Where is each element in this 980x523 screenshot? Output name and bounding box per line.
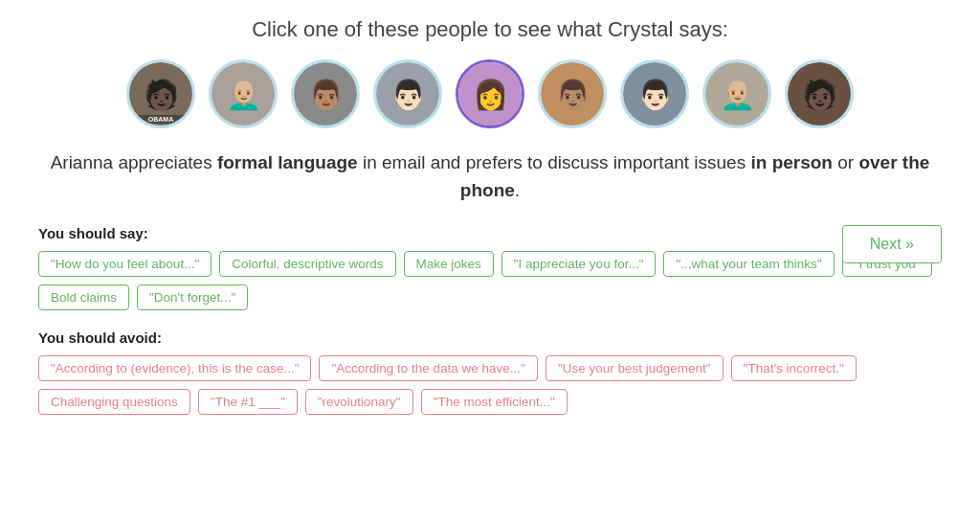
description-text: Arianna appreciates formal language in e… [38,149,942,204]
should-avoid-tags: "According to (evidence), this is the ca… [38,355,942,415]
should-avoid-tag[interactable]: Challenging questions [38,389,190,415]
avatars-row: 🧑🏿OBAMA👨🏼‍🦲👨🏽👨🏻👩👨🏽👨🏻👨🏼‍🦲🧑🏿 [38,59,942,128]
desc-bold2: in person [750,152,833,172]
should-avoid-tag[interactable]: "According to (evidence), this is the ca… [38,355,311,381]
avatar-5[interactable]: 👨🏽 [538,59,607,128]
avatar-0[interactable]: 🧑🏿OBAMA [126,59,195,128]
avatar-8[interactable]: 🧑🏿 [785,59,854,128]
avatar-4[interactable]: 👩 [456,59,524,128]
avatar-1[interactable]: 👨🏼‍🦲 [209,59,278,128]
should-say-tag[interactable]: "...what your team thinks" [663,251,834,277]
should-avoid-tag[interactable]: "The most efficient..." [421,389,568,415]
should-say-tag[interactable]: Bold claims [38,284,129,310]
desc-connector: or [833,152,858,172]
next-button-wrap: Next » [842,225,942,263]
desc-suffix: . [515,180,520,200]
should-say-label: You should say: [38,225,942,241]
should-avoid-label: You should avoid: [38,330,942,346]
should-avoid-tag[interactable]: "Use your best judgement" [546,355,724,381]
next-button[interactable]: Next » [842,225,942,263]
should-say-tag[interactable]: "How do you feel about..." [38,251,212,277]
should-avoid-tag[interactable]: "According to the data we have..." [319,355,537,381]
avatar-2[interactable]: 👨🏽 [291,59,360,128]
should-avoid-tag[interactable]: "The #1 ___" [198,389,298,415]
should-say-tag[interactable]: Make jokes [404,251,494,277]
avatar-7[interactable]: 👨🏼‍🦲 [702,59,771,128]
should-say-tags: "How do you feel about..."Colorful, desc… [38,251,942,310]
should-avoid-tag[interactable]: "That's incorrect." [731,355,857,381]
should-avoid-tag[interactable]: "revolutionary" [305,389,413,415]
avatar-6[interactable]: 👨🏻 [620,59,689,128]
should-avoid-section: You should avoid: "According to (evidenc… [38,330,942,415]
page-title: Click one of these people to see what Cr… [38,17,942,42]
should-say-tag[interactable]: "I appreciate you for..." [501,251,657,277]
should-say-tag[interactable]: Colorful, descriptive words [219,251,395,277]
desc-prefix: Arianna appreciates [51,152,217,172]
desc-middle: in email and prefers to discuss importan… [358,152,751,172]
desc-bold1: formal language [217,152,358,172]
avatar-3[interactable]: 👨🏻 [373,59,442,128]
should-say-section: You should say: "How do you feel about..… [38,225,942,310]
should-say-tag[interactable]: "Don't forget..." [137,284,248,310]
content-area: Next » You should say: "How do you feel … [38,225,942,415]
